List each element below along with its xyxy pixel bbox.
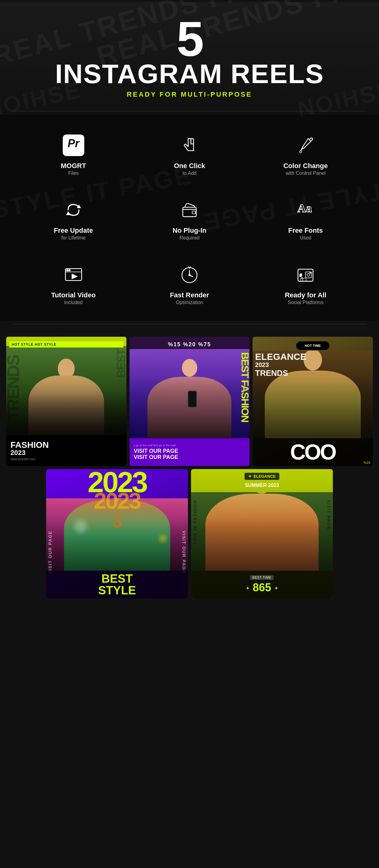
feature-tutorial: Tutorial Video Included bbox=[19, 256, 128, 311]
header-section: 5 INSTAGRAM REELS READY FOR MULTI-PURPOS… bbox=[0, 2, 379, 108]
preview-card-3: HOT TIME ELEGANCE 2023 TRENDS bbox=[253, 337, 373, 466]
card-2-scroll: s go to the mall let's go to the mall bbox=[134, 444, 246, 447]
card-4-side-left: VISIT OUR PAGE bbox=[48, 531, 53, 574]
card-5-best-time: BEST TIME bbox=[250, 575, 274, 580]
svg-point-15 bbox=[307, 274, 310, 276]
feature-tutorial-subtitle: Included bbox=[64, 300, 83, 305]
preview-card-5: ✦ ELEGANCE SUMMER 2023 bbox=[191, 469, 333, 598]
card-5-photo bbox=[191, 492, 333, 571]
feature-color-title: Color Change bbox=[283, 162, 328, 170]
card-1-year: 2023 bbox=[10, 450, 122, 456]
feature-one-click: One Click to Add bbox=[134, 127, 244, 182]
feature-mogrt: Pr MOGRT Files bbox=[19, 127, 128, 182]
svg-text:Aa: Aa bbox=[297, 202, 312, 215]
svg-point-7 bbox=[66, 269, 68, 271]
reel-count: 5 bbox=[6, 14, 373, 63]
feature-social: # Ready for All Social Platforms bbox=[251, 256, 360, 311]
card-4-bottom: BEST STYLE bbox=[46, 571, 188, 598]
feature-social-subtitle: Social Platforms bbox=[288, 300, 324, 305]
feature-mogrt-title: MOGRT bbox=[61, 162, 86, 170]
feature-plugin-subtitle: Required bbox=[180, 235, 200, 241]
feature-fonts-subtitle: Used bbox=[300, 235, 311, 241]
refresh-icon bbox=[61, 197, 86, 222]
main-title: INSTAGRAM REELS bbox=[6, 60, 373, 87]
svg-point-8 bbox=[69, 269, 70, 271]
card-4-number: 2023 bbox=[46, 469, 188, 496]
divider-1 bbox=[12, 111, 367, 112]
svg-rect-3 bbox=[183, 207, 196, 217]
bottom-bar bbox=[0, 611, 379, 613]
card-3-year: 2023 bbox=[255, 361, 370, 368]
card-3-tag: HOT TIME bbox=[296, 341, 329, 350]
preview-section: HOT STYLE HOT STYLE TRENDS BEST bbox=[0, 328, 379, 611]
features-grid: Pr MOGRT Files One Click to Add bbox=[19, 127, 360, 311]
card-5-tag: SUMMER 2023 bbox=[191, 483, 333, 488]
card-2-promo: %15 %20 %75 bbox=[129, 341, 250, 348]
svg-marker-9 bbox=[72, 274, 77, 279]
feature-update-title: Free Update bbox=[54, 226, 93, 235]
card-2-cta1: VISIT OUR PAGE VISIT OUR PAGE bbox=[134, 448, 246, 461]
card-3-bottom: COO bbox=[253, 438, 373, 466]
clock-icon bbox=[177, 262, 202, 287]
preview-top-row: HOT STYLE HOT STYLE TRENDS BEST bbox=[6, 337, 373, 466]
wallet-icon bbox=[177, 197, 202, 222]
feature-tutorial-title: Tutorial Video bbox=[51, 291, 96, 299]
feature-color: Color Change with Control Panel bbox=[251, 127, 360, 182]
card-1-photo bbox=[6, 346, 126, 441]
card-3-trends: TRENDS bbox=[255, 368, 370, 378]
feature-fonts-title: Free Fonts bbox=[288, 226, 323, 235]
preview-card-2: %15 %20 %75 BEST FASHION bbox=[129, 337, 250, 466]
card-5-number: ✦ 865 ✦ bbox=[246, 581, 278, 594]
play-box-icon bbox=[61, 262, 86, 287]
card-2-bottom: s go to the mall let's go to the mall VI… bbox=[129, 438, 250, 466]
card-4-number-3: 3 bbox=[46, 510, 188, 532]
feature-plugin-title: No Plug-In bbox=[172, 226, 207, 235]
card-2-photo bbox=[129, 349, 250, 438]
feature-fonts: Aa Free Fonts Used bbox=[251, 191, 360, 247]
divider-2 bbox=[12, 324, 367, 324]
feature-click-subtitle: to Add bbox=[182, 170, 196, 176]
card-1-side-text2: BEST bbox=[115, 349, 126, 378]
dropper-icon bbox=[293, 133, 318, 158]
card-4-side-right: VISIT OUR PAGE bbox=[182, 531, 186, 574]
card-4-best-style: BEST STYLE bbox=[98, 573, 136, 596]
card-5-side-left: THIS IS FASHION bbox=[193, 500, 197, 545]
social-icon: # bbox=[293, 262, 318, 287]
card-1-bottom: FASHION 2023 www.yoursite.com bbox=[6, 435, 126, 466]
card-1-brand: FASHION bbox=[10, 441, 122, 450]
svg-point-16 bbox=[310, 272, 311, 273]
card-2-side: BEST FASHION bbox=[239, 352, 250, 422]
hand-pointer-icon bbox=[177, 133, 202, 158]
premiere-pro-icon: Pr bbox=[61, 133, 86, 158]
card-3-percent: %15 bbox=[364, 461, 370, 464]
svg-text:#: # bbox=[299, 273, 302, 278]
typography-icon: Aa bbox=[293, 197, 318, 222]
card-1-tag: HOT STYLE HOT STYLE bbox=[9, 341, 123, 347]
feature-plugin: No Plug-In Required bbox=[134, 191, 244, 247]
feature-render-title: Fast Render bbox=[170, 291, 209, 299]
card-3-big-text: COO bbox=[290, 441, 335, 463]
feature-render: Fast Render Optimization bbox=[134, 256, 244, 311]
card-5-side-right: VISIT PAGE bbox=[326, 500, 331, 530]
svg-point-11 bbox=[189, 274, 190, 276]
subtitle: READY FOR MULTI-PURPOSE bbox=[6, 91, 373, 98]
feature-update-subtitle: for Lifetime bbox=[61, 235, 86, 241]
features-section: Pr MOGRT Files One Click to Add bbox=[0, 115, 379, 321]
preview-card-1: HOT STYLE HOT STYLE TRENDS BEST bbox=[6, 337, 126, 466]
feature-social-title: Ready for All bbox=[285, 291, 326, 299]
card-3-elegance: ELEGANCE bbox=[255, 352, 370, 361]
card-5-badge: ✦ ELEGANCE bbox=[245, 473, 279, 480]
card-1-side-text: TRENDS bbox=[6, 355, 23, 421]
feature-render-subtitle: Optimization bbox=[176, 300, 203, 305]
feature-color-subtitle: with Control Panel bbox=[285, 170, 325, 176]
card-1-url: www.yoursite.com bbox=[10, 457, 122, 461]
preview-card-4: 2023 2023 3 bbox=[46, 469, 188, 598]
svg-rect-4 bbox=[192, 211, 196, 214]
feature-click-title: One Click bbox=[174, 162, 205, 170]
card-5-bottom: BEST TIME ✦ 865 ✦ bbox=[191, 571, 333, 598]
feature-mogrt-subtitle: Files bbox=[68, 170, 79, 176]
preview-bottom-row: 2023 2023 3 bbox=[46, 469, 333, 598]
feature-update: Free Update for Lifetime bbox=[19, 191, 128, 247]
